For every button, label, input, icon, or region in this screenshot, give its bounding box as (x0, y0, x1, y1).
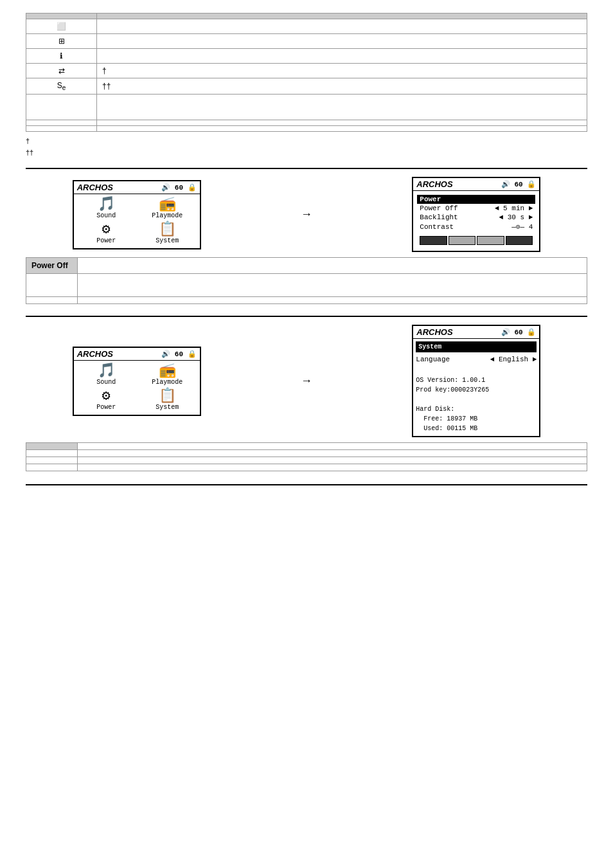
sys-brand-left: ARCHOS (77, 349, 113, 359)
menu-system: 📋 System (139, 223, 196, 244)
sys-used: Used: 00115 MB (416, 424, 537, 433)
menu-power: ⚙ Power (78, 223, 135, 244)
status-icons-left: 🔊 60 🔒 (161, 183, 196, 192)
sys-sound-label: Sound (96, 379, 116, 386)
sys-row3-key (26, 457, 78, 464)
sys-free: Free: 18937 MB (416, 414, 537, 424)
contrast-row-key (26, 297, 78, 304)
sys-menu-power: ⚙ Power (78, 390, 135, 411)
backlight-row-key (26, 274, 78, 297)
playmode-icon: 📻 (159, 198, 176, 212)
icon-transfer: ⇄ (26, 64, 97, 78)
footer-btn-1 (420, 236, 447, 245)
power-footer (417, 234, 535, 247)
sys-system-label: System (155, 404, 179, 411)
brand-logo-right: ARCHOS (416, 179, 452, 189)
divider-1 (26, 168, 587, 169)
arrow-system: → (301, 374, 312, 388)
sys-row2-val (78, 449, 587, 457)
backlight-nav: ◄ 30 s ► (499, 213, 533, 221)
power-left-header: ARCHOS 🔊 60 🔒 (74, 181, 200, 194)
desc-transfer: † (97, 64, 587, 78)
system-left-header: ARCHOS 🔊 60 🔒 (74, 348, 200, 361)
icon-info: ℹ (26, 49, 97, 64)
sys-system-icon: 📋 (159, 390, 176, 404)
status-icons-right: 🔊 60 🔒 (501, 180, 536, 188)
sys-power-icon: ⚙ (102, 390, 111, 404)
power-icon: ⚙ (102, 223, 111, 237)
sys-playmode-icon: 📻 (159, 365, 176, 379)
sys-sound-icon: 🎵 (98, 365, 115, 379)
extra-icon-3 (26, 126, 97, 132)
backlight-label: Backlight (420, 213, 458, 221)
desc-grid (97, 34, 587, 49)
sys-row4-key (26, 464, 78, 471)
power-row-val (78, 258, 587, 274)
extra-desc-2 (97, 120, 587, 126)
power-title-row: Power (417, 195, 535, 204)
footer-btn-4 (506, 236, 533, 245)
power-off-nav: ◄ 5 min ► (495, 204, 533, 212)
sys-brand-right: ARCHOS (416, 327, 452, 337)
sys-row2-key (26, 449, 78, 457)
sys-language-label: Language (416, 354, 450, 365)
sys-prod-key: Prod key:000023Y265 (416, 385, 537, 395)
contrast-row-val (78, 297, 587, 304)
sys-power-label: Power (96, 404, 116, 411)
contrast-label: Contrast (420, 223, 454, 231)
desc-info (97, 49, 587, 64)
backlight-row: Backlight ◄ 30 s ► (417, 213, 535, 222)
power-label: Power (96, 237, 116, 244)
footer-btn-2 (449, 236, 476, 245)
backlight-row-val (78, 274, 587, 297)
sys-hard-disk-label: Hard Disk: (416, 404, 537, 414)
menu-playmode: 📻 Playmode (139, 198, 196, 219)
sys-title: System (416, 341, 537, 352)
power-off-row: Power Off ◄ 5 min ► (417, 204, 535, 213)
footer-btn-3 (477, 236, 504, 245)
desc-col-header (97, 14, 587, 19)
sys-language-row: Language ◄ English ► (416, 354, 537, 366)
sys-language-value: ◄ English ► (490, 354, 537, 365)
contrast-row: Contrast —⊙— 4 (417, 222, 535, 231)
icon-grid: ⊞ (26, 34, 97, 49)
sys-row4-val (78, 464, 587, 471)
extra-desc-1 (97, 95, 587, 120)
power-right-device: ARCHOS 🔊 60 🔒 Power Power Off ◄ 5 min ► … (412, 177, 540, 252)
sys-playmode-label: Playmode (152, 379, 182, 386)
extra-icon-1 (26, 95, 97, 120)
footnote-double: †† (26, 149, 587, 156)
system-info-table (26, 442, 587, 471)
system-label: System (155, 237, 179, 244)
extra-icon-2 (26, 120, 97, 126)
power-section: ARCHOS 🔊 60 🔒 🎵 Sound 📻 Playmode ⚙ Power… (26, 177, 587, 252)
sys-row3-val (78, 457, 587, 464)
desc-se: †† (97, 78, 587, 95)
system-left-device: ARCHOS 🔊 60 🔒 🎵 Sound 📻 Playmode ⚙ Power… (73, 347, 201, 416)
menu-sound: 🎵 Sound (78, 198, 135, 219)
playmode-label: Playmode (152, 212, 182, 219)
sys-status-left: 🔊 60 🔒 (161, 350, 196, 358)
footnote-single: † (26, 137, 587, 145)
power-settings-body: Power Power Off ◄ 5 min ► Backlight ◄ 30… (413, 191, 539, 251)
sound-icon: 🎵 (98, 198, 115, 212)
contrast-value: —⊙— 4 (511, 222, 533, 231)
power-row-key: Power Off (26, 258, 78, 274)
divider-2 (26, 316, 587, 317)
sys-menu-playmode: 📻 Playmode (139, 365, 196, 386)
sys-menu-sound: 🎵 Sound (78, 365, 135, 386)
sys-os-version: OS Version: 1.00.1 (416, 375, 537, 385)
system-info-body: System Language ◄ English ► OS Version: … (413, 339, 539, 436)
power-left-device: ARCHOS 🔊 60 🔒 🎵 Sound 📻 Playmode ⚙ Power… (73, 180, 201, 249)
system-right-device: ARCHOS 🔊 60 🔒 System Language ◄ English … (412, 325, 540, 437)
system-left-menu: 🎵 Sound 📻 Playmode ⚙ Power 📋 System (74, 361, 200, 415)
power-left-menu: 🎵 Sound 📻 Playmode ⚙ Power 📋 System (74, 194, 200, 248)
icon-square: ⬜ (26, 19, 97, 34)
power-right-header: ARCHOS 🔊 60 🔒 (413, 178, 539, 191)
arrow-power: → (301, 208, 312, 221)
brand-logo-left: ARCHOS (77, 183, 113, 192)
system-section: ARCHOS 🔊 60 🔒 🎵 Sound 📻 Playmode ⚙ Power… (26, 325, 587, 437)
icon-col-header (26, 14, 97, 19)
power-info-table: Power Off (26, 257, 587, 304)
power-title: Power (420, 195, 441, 203)
